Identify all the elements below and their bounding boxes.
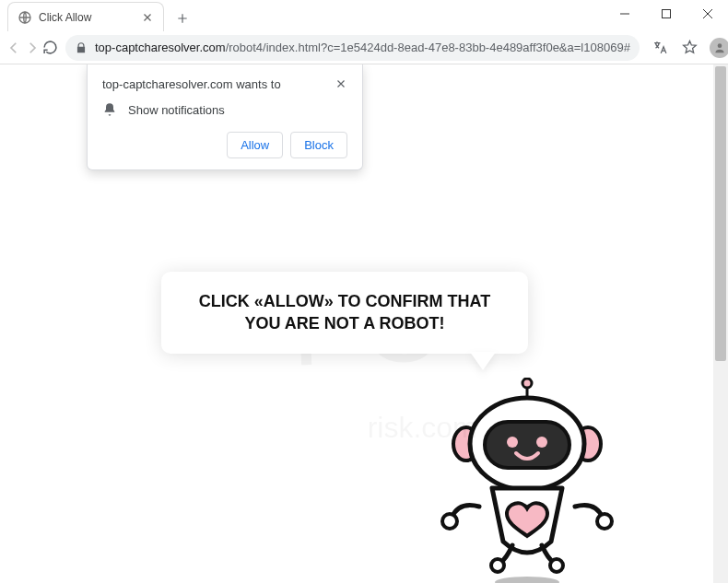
window-controls xyxy=(604,0,728,28)
bookmark-icon[interactable] xyxy=(676,34,704,62)
close-icon[interactable] xyxy=(335,77,347,90)
browser-title-bar: Click Allow xyxy=(0,0,728,31)
svg-point-14 xyxy=(536,437,547,448)
profile-avatar[interactable] xyxy=(706,34,728,62)
url-text: top-captcharesolver.com/robot4/index.htm… xyxy=(95,41,630,54)
tab-title: Click Allow xyxy=(39,11,135,24)
url-path: /robot4/index.html?c=1e5424dd-8ead-47e8-… xyxy=(226,41,630,54)
allow-button[interactable]: Allow xyxy=(227,132,283,158)
vertical-scrollbar[interactable] xyxy=(713,64,728,583)
back-button[interactable] xyxy=(6,34,22,62)
instruction-text: CLICK «ALLOW» TO CONFIRM THAT YOU ARE NO… xyxy=(182,290,508,335)
url-host: top-captcharesolver.com xyxy=(95,41,226,54)
browser-tab[interactable]: Click Allow xyxy=(7,2,164,31)
notification-permission-label: Show notifications xyxy=(128,103,225,117)
forward-button[interactable] xyxy=(24,34,41,62)
robot-illustration xyxy=(428,378,627,583)
svg-rect-12 xyxy=(485,422,569,468)
svg-point-17 xyxy=(491,559,504,572)
svg-rect-1 xyxy=(662,10,670,18)
close-icon[interactable] xyxy=(141,11,154,24)
minimize-button[interactable] xyxy=(604,0,645,28)
window-close-button[interactable] xyxy=(687,0,728,28)
svg-point-15 xyxy=(442,514,457,529)
block-button[interactable]: Block xyxy=(290,132,347,158)
browser-toolbar: top-captcharesolver.com/robot4/index.htm… xyxy=(0,31,728,64)
notification-permission-prompt: top-captcharesolver.com wants to Show no… xyxy=(87,64,363,170)
lock-icon xyxy=(75,41,88,54)
bell-icon xyxy=(102,102,117,117)
svg-point-16 xyxy=(597,514,612,529)
scrollbar-thumb[interactable] xyxy=(715,66,726,361)
notification-site-text: top-captcharesolver.com wants to xyxy=(102,77,281,91)
globe-icon xyxy=(18,10,32,25)
instruction-speech-bubble: CLICK «ALLOW» TO CONFIRM THAT YOU ARE NO… xyxy=(161,272,528,354)
translate-icon[interactable] xyxy=(647,34,675,62)
svg-point-8 xyxy=(523,379,532,388)
svg-point-13 xyxy=(507,437,518,448)
page-content: PC risk.com top-captcharesolver.com want… xyxy=(0,64,728,583)
toolbar-right xyxy=(647,34,728,62)
svg-point-18 xyxy=(550,559,563,572)
maximize-button[interactable] xyxy=(645,0,687,28)
svg-point-2 xyxy=(718,43,722,48)
address-bar[interactable]: top-captcharesolver.com/robot4/index.htm… xyxy=(65,35,640,61)
speech-bubble-tail xyxy=(470,352,496,370)
reload-button[interactable] xyxy=(42,34,58,62)
avatar-icon xyxy=(710,38,728,58)
new-tab-button[interactable] xyxy=(170,6,195,31)
svg-point-6 xyxy=(495,577,559,583)
